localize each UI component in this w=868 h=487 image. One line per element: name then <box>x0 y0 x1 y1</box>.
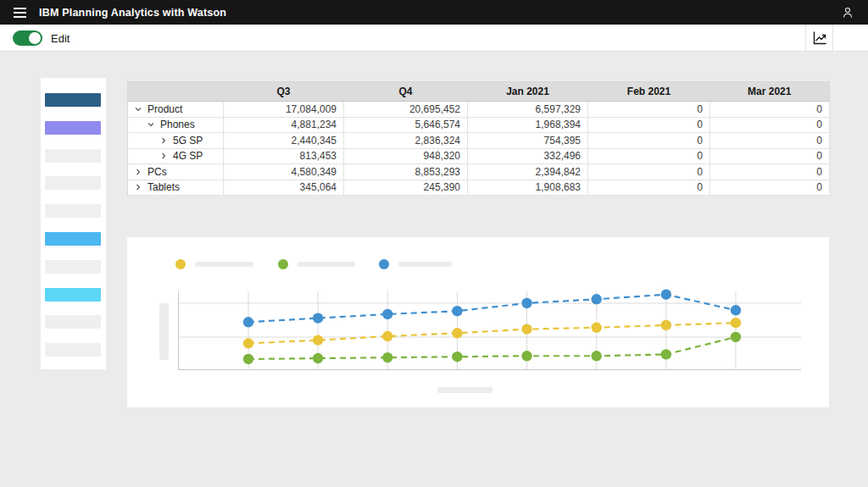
grid-cell[interactable]: 17,084,009 <box>224 102 344 118</box>
grid-cell[interactable]: 4,580,349 <box>224 164 344 180</box>
grid-cell[interactable]: 20,695,452 <box>344 102 468 118</box>
sidebar-thumbnail-6[interactable] <box>45 232 101 246</box>
column-header-mar-2021[interactable]: Mar 2021 <box>710 82 830 102</box>
app-title: IBM Planning Analytics with Watson <box>39 7 226 19</box>
series-green-point[interactable] <box>313 353 323 363</box>
legend-label-placeholder <box>398 262 452 267</box>
grid-cell[interactable]: 0 <box>710 164 830 180</box>
column-header-q4[interactable]: Q4 <box>344 82 468 102</box>
row-label-cell[interactable]: Tablets <box>128 180 224 196</box>
series-green-point[interactable] <box>521 351 531 361</box>
grid-header-row: Q3Q4Jan 2021Feb 2021Mar 2021 <box>128 82 830 102</box>
sidebar-thumbnail-10[interactable] <box>45 343 101 357</box>
grid-cell[interactable]: 2,394,842 <box>468 164 588 180</box>
grid-cell[interactable]: 245,390 <box>344 180 468 196</box>
series-green-point[interactable] <box>592 351 602 361</box>
row-label-cell[interactable]: Phones <box>128 117 224 133</box>
chevron-right-icon[interactable] <box>159 136 169 145</box>
series-blue-point[interactable] <box>313 313 323 323</box>
sidebar-panel <box>41 78 106 369</box>
series-blue-point[interactable] <box>382 309 392 319</box>
legend-label-placeholder <box>195 262 253 267</box>
series-blue-point[interactable] <box>592 294 602 304</box>
row-label-cell[interactable]: 4G SP <box>128 148 224 164</box>
hamburger-menu-icon[interactable] <box>0 0 39 25</box>
series-yellow-point[interactable] <box>592 323 602 333</box>
grid-cell[interactable]: 332,496 <box>468 148 588 164</box>
sidebar-thumbnail-9[interactable] <box>45 315 101 329</box>
series-yellow-point[interactable] <box>243 338 253 348</box>
series-yellow-point[interactable] <box>521 324 531 334</box>
grid-cell[interactable]: 4,881,234 <box>224 117 344 133</box>
chevron-right-icon[interactable] <box>133 183 143 191</box>
row-label: PCs <box>147 166 167 178</box>
series-green-point[interactable] <box>243 354 253 364</box>
series-green-point[interactable] <box>661 349 671 359</box>
grid-cell[interactable]: 2,836,324 <box>344 133 468 149</box>
grid-cell[interactable]: 0 <box>588 148 710 164</box>
series-yellow-point[interactable] <box>452 328 462 338</box>
grid-cell[interactable]: 5,646,574 <box>344 117 468 133</box>
row-label: Tablets <box>147 181 180 193</box>
column-header-q3[interactable]: Q3 <box>224 82 344 102</box>
row-label-cell[interactable]: 5G SP <box>128 133 224 149</box>
sidebar-thumbnail-7[interactable] <box>45 260 101 274</box>
series-blue-point[interactable] <box>521 298 531 308</box>
table-row: Product17,084,00920,695,4526,597,32900 <box>128 102 830 118</box>
grid-cell[interactable]: 6,597,329 <box>468 102 588 118</box>
series-yellow-point[interactable] <box>313 335 323 345</box>
sidebar-thumbnail-5[interactable] <box>45 204 101 218</box>
line-chart-icon[interactable] <box>805 25 833 51</box>
column-header-jan-2021[interactable]: Jan 2021 <box>468 82 588 102</box>
row-label: Product <box>147 103 182 115</box>
scatter-line-chart[interactable] <box>178 291 802 371</box>
sidebar-thumbnail-3[interactable] <box>45 149 101 163</box>
user-avatar-icon[interactable] <box>834 0 861 25</box>
sidebar-thumbnail-1[interactable] <box>45 93 101 107</box>
row-label-cell[interactable]: Product <box>128 102 224 118</box>
grid-cell[interactable]: 0 <box>588 180 710 196</box>
table-row: PCs4,580,3498,853,2932,394,84200 <box>128 164 830 180</box>
grid-cell[interactable]: 0 <box>710 148 830 164</box>
grid-cell[interactable]: 754,395 <box>468 133 588 149</box>
grid-cell[interactable]: 0 <box>710 133 830 149</box>
grid-cell[interactable]: 8,853,293 <box>344 164 468 180</box>
sidebar-thumbnail-8[interactable] <box>45 288 101 302</box>
grid-cell[interactable]: 0 <box>710 117 830 133</box>
grid-cell[interactable]: 2,440,345 <box>224 133 344 149</box>
series-blue-point[interactable] <box>661 290 671 300</box>
grid-cell[interactable]: 0 <box>710 102 830 118</box>
grid-cell[interactable]: 0 <box>588 133 710 149</box>
series-green-point[interactable] <box>731 332 741 342</box>
grid-cell[interactable]: 0 <box>588 117 710 133</box>
series-blue-point[interactable] <box>452 306 462 316</box>
row-label-cell[interactable]: PCs <box>128 164 224 180</box>
series-blue-point[interactable] <box>243 317 253 327</box>
chevron-down-icon[interactable] <box>146 120 156 129</box>
series-yellow-point[interactable] <box>661 320 671 330</box>
grid-cell[interactable]: 0 <box>588 164 710 180</box>
column-header-row-labels[interactable] <box>128 82 224 102</box>
grid-cell[interactable]: 1,908,683 <box>468 180 588 196</box>
legend-item-series-green[interactable] <box>278 258 355 269</box>
column-header-feb-2021[interactable]: Feb 2021 <box>588 82 710 102</box>
legend-item-series-blue[interactable] <box>379 258 452 269</box>
grid-cell[interactable]: 0 <box>710 180 830 196</box>
grid-cell[interactable]: 345,064 <box>224 180 344 196</box>
grid-cell[interactable]: 0 <box>588 102 710 118</box>
grid-cell[interactable]: 813,453 <box>224 148 344 164</box>
sidebar-thumbnail-2[interactable] <box>45 121 101 135</box>
series-yellow-point[interactable] <box>382 331 392 341</box>
grid-cell[interactable]: 1,968,394 <box>468 117 588 133</box>
series-green-point[interactable] <box>382 352 392 362</box>
sidebar-thumbnail-4[interactable] <box>45 176 101 190</box>
series-blue-point[interactable] <box>731 305 741 315</box>
chevron-down-icon[interactable] <box>133 105 143 113</box>
grid-cell[interactable]: 948,320 <box>344 148 468 164</box>
series-green-point[interactable] <box>452 351 462 362</box>
series-yellow-point[interactable] <box>731 318 741 328</box>
chevron-right-icon[interactable] <box>159 152 169 160</box>
legend-item-series-yellow[interactable] <box>175 258 253 269</box>
chevron-right-icon[interactable] <box>133 168 143 176</box>
edit-toggle[interactable] <box>13 30 42 46</box>
